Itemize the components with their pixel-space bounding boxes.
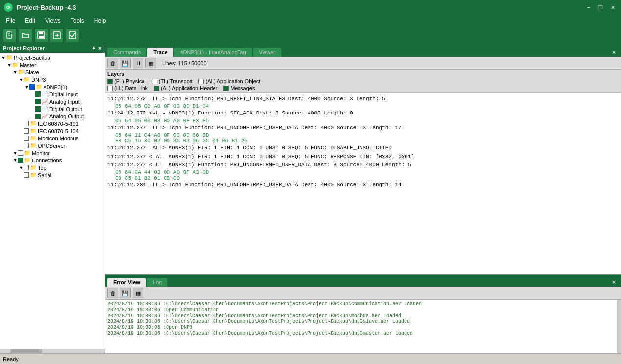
tree-icon-4: 📁 — [36, 84, 43, 90]
menu-views[interactable]: Views — [41, 16, 65, 25]
tree-toggle-3[interactable]: ▼ — [19, 77, 24, 82]
tree-toggle-1[interactable]: ▼ — [7, 63, 12, 68]
layer-ll-checkbox[interactable] — [107, 86, 113, 91]
trace-content[interactable]: 11:24:12.272 -LL-> Tcp1 Function: PRI_RE… — [105, 93, 621, 274]
layer-al-hdr[interactable]: (AL) Application Header — [154, 85, 217, 91]
pin-button[interactable]: 🖈 — [91, 46, 96, 51]
layer-pl[interactable]: (PL) Physical — [107, 78, 146, 84]
trace-entry-1: 11:24:12.272 <-LL- sDNP3(1) Function: SE… — [107, 109, 619, 117]
app-title: Project-Backup -4.3 — [17, 4, 76, 11]
tree-toggle-13[interactable]: ▼ — [13, 151, 18, 156]
layer-tl-checkbox[interactable] — [152, 79, 157, 84]
trace-toolbar: 🗑 💾 ⏸ ▦ Lines: 115 / 50000 — [105, 57, 621, 70]
tree-label-1: Master — [20, 62, 36, 68]
error-toolbar: 🗑 💾 ▦ — [105, 287, 621, 300]
menu-help[interactable]: Help — [90, 16, 110, 25]
trace-entry-4: 11:24:12.277 <-AL- sDNP3(1) FIR: 1 FIN: … — [107, 153, 619, 161]
error-filter-button[interactable]: ▦ — [133, 288, 143, 298]
project-tree: ▼📁Project-Backup▼📁Master▼📁Slave▼📁DNP3▼📁s… — [0, 53, 105, 349]
trace-hex-1: 05 64 05 00 03 00 A0 0F E3 F5 — [115, 118, 619, 124]
tree-icon-12: 📁 — [30, 142, 37, 149]
tree-item-12[interactable]: 📁OPCServer — [1, 142, 104, 149]
tree-item-4[interactable]: ▼📁sDNP3(1) — [1, 83, 104, 91]
trace-lines-count: Lines: 115 / 50000 — [162, 60, 207, 66]
tab-error-view[interactable]: Error View — [107, 278, 146, 287]
tree-item-5[interactable]: 📄Digital Input — [1, 91, 104, 98]
tree-icon-6: 📈 — [42, 98, 48, 105]
tree-toggle-0[interactable]: ▼ — [1, 55, 6, 60]
tree-item-2[interactable]: ▼📁Slave — [1, 68, 104, 76]
tree-icon-5: 📄 — [42, 91, 48, 97]
tree-icon-8: 📈 — [42, 113, 48, 119]
tree-label-15: Top — [38, 165, 47, 171]
project-explorer-header: Project Explorer 🖈 ✕ — [0, 44, 105, 53]
layer-al-obj-checkbox[interactable] — [198, 79, 204, 84]
menu-tools[interactable]: Tools — [67, 16, 88, 25]
layer-tl[interactable]: (TL) Transport — [152, 78, 193, 84]
tree-label-0: Project-Backup — [14, 55, 50, 61]
tree-icon-3: 📁 — [24, 76, 30, 83]
restore-button[interactable]: ❐ — [596, 4, 605, 11]
tree-icon-9: 📁 — [30, 120, 37, 127]
tree-item-11[interactable]: 📁Modicon Modbus — [1, 135, 104, 142]
tab-log[interactable]: Log — [147, 278, 167, 287]
tree-item-7[interactable]: 📄Digital Output — [1, 105, 104, 113]
tab-viewer[interactable]: Viewer — [253, 48, 281, 57]
error-line-1: 2024/8/19 10:30:06 :Open Communication — [107, 307, 619, 313]
tree-toggle-14[interactable]: ▼ — [13, 158, 18, 163]
close-pe-button[interactable]: ✕ — [98, 46, 102, 51]
project-explorer-title: Project Explorer — [3, 46, 45, 51]
layer-al-obj[interactable]: (AL) Application Object — [198, 78, 260, 84]
open-button[interactable] — [19, 28, 32, 42]
tree-item-13[interactable]: ▼📁Monitor — [1, 149, 104, 157]
tree-toggle-15[interactable]: ▼ — [19, 165, 24, 170]
new-button[interactable] — [3, 28, 17, 42]
tree-item-0[interactable]: ▼📁Project-Backup — [1, 54, 104, 61]
layer-msg-checkbox[interactable] — [223, 86, 229, 91]
tab-commands[interactable]: Commands — [107, 48, 146, 57]
menu-file[interactable]: File — [2, 16, 19, 25]
layer-ll[interactable]: (LL) Data Link — [107, 85, 148, 91]
tree-item-1[interactable]: ▼📁Master — [1, 61, 104, 68]
error-panel-close[interactable]: ✕ — [609, 278, 619, 287]
trace-save-button[interactable]: 💾 — [120, 58, 131, 68]
tree-item-16[interactable]: 📁Serial — [1, 171, 104, 179]
export-button[interactable] — [50, 28, 64, 42]
tree-item-8[interactable]: 📈Analog Output — [1, 113, 104, 120]
trace-entry-6: 11:24:12.284 -LL-> Tcp1 Function: PRI_UN… — [107, 181, 619, 189]
tree-item-14[interactable]: ▼📁Connections — [1, 157, 104, 164]
error-line-2: 2024/8/19 10:30:06 :C:\Users\Caesar Chen… — [107, 313, 619, 318]
tree-item-9[interactable]: 📁IEC 60870-5-101 — [1, 120, 104, 127]
error-tab-bar: Error View Log ✕ — [105, 275, 621, 287]
tree-label-9: IEC 60870-5-101 — [38, 121, 79, 127]
error-save-button[interactable]: 💾 — [120, 288, 131, 298]
trace-pause-button[interactable]: ⏸ — [133, 58, 143, 68]
tree-toggle-4[interactable]: ▼ — [24, 85, 29, 90]
layer-al-hdr-checkbox[interactable] — [154, 86, 159, 91]
tree-toggle-2[interactable]: ▼ — [13, 70, 18, 75]
svg-rect-7 — [39, 36, 44, 38]
trace-clear-button[interactable]: 🗑 — [107, 58, 118, 68]
tab-sdnp3[interactable]: sDNP3(1) - InputAnalogTag — [174, 48, 252, 57]
tree-item-6[interactable]: 📈Analog Input — [1, 98, 104, 105]
tree-item-10[interactable]: 📁IEC 60870-5-104 — [1, 127, 104, 135]
status-bar: Ready — [0, 353, 621, 364]
trace-filter-button[interactable]: ▦ — [145, 58, 156, 68]
close-button[interactable]: ✕ — [609, 4, 617, 11]
menu-edit[interactable]: Edit — [21, 16, 39, 25]
error-line-3: 2024/8/19 10:30:06 :C:\Users\Caesar Chen… — [107, 318, 619, 324]
tree-item-15[interactable]: ▼📁Top — [1, 164, 104, 171]
minimize-button[interactable]: − — [585, 4, 592, 11]
trace-hex-0: 05 64 05 C0 A0 0F 03 00 D1 04 — [115, 103, 619, 109]
tree-item-3[interactable]: ▼📁DNP3 — [1, 76, 104, 83]
trace-panel-close[interactable]: ✕ — [609, 48, 619, 57]
save-button[interactable] — [34, 28, 48, 42]
tab-trace[interactable]: Trace — [147, 48, 173, 57]
layer-msg[interactable]: Messages — [223, 85, 255, 91]
trace-entry-2: 11:24:12.277 -LL-> Tcp1 Function: PRI_UN… — [107, 124, 619, 132]
layer-al-obj-label: (AL) Application Object — [205, 78, 260, 84]
check-button[interactable] — [66, 28, 79, 42]
layer-pl-checkbox[interactable] — [107, 79, 113, 84]
error-clear-button[interactable]: 🗑 — [107, 288, 118, 298]
trace-hex-5: 05 64 0A 44 03 00 A0 0F A3 0D — [115, 169, 619, 175]
